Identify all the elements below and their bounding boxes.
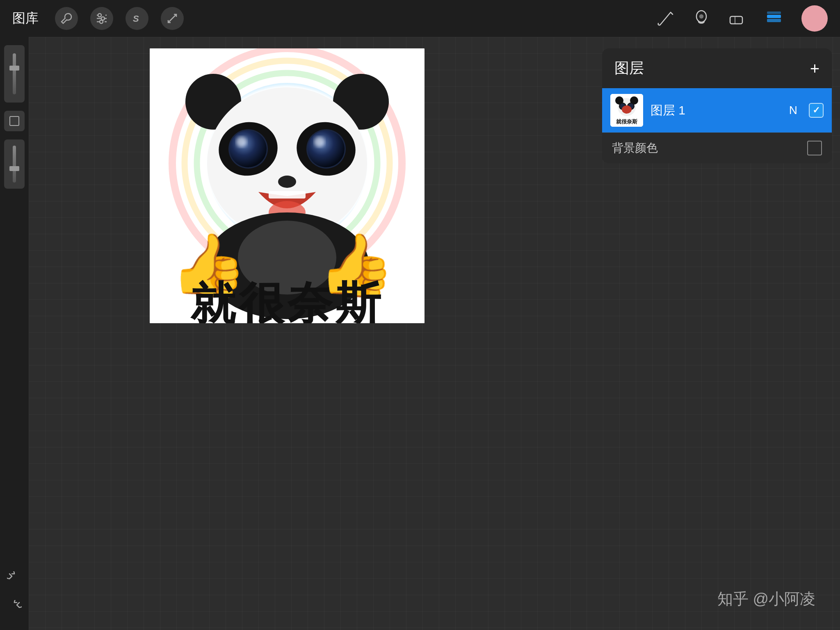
svg-point-26	[236, 137, 247, 147]
text-tool-button[interactable]: S	[126, 7, 148, 30]
panda-content: 👍 👍 就很奈斯	[150, 48, 425, 323]
svg-point-44	[622, 105, 632, 114]
svg-text:S: S	[133, 14, 139, 24]
eraser-tool-button[interactable]	[726, 8, 746, 29]
layer-thumbnail-1: 就很奈斯	[610, 94, 643, 127]
svg-rect-29	[269, 191, 306, 199]
layers-panel: 图层 + 就很奈斯	[602, 48, 832, 163]
layers-title: 图层	[614, 58, 644, 78]
undo-button[interactable]	[4, 568, 25, 589]
brush-tool-button[interactable]	[656, 8, 677, 29]
svg-rect-5	[767, 19, 781, 22]
background-label: 背景颜色	[612, 140, 807, 156]
toolbar-left: 图库 S	[12, 7, 184, 30]
gallery-button[interactable]: 图库	[12, 9, 39, 27]
adjust-tool-button[interactable]	[90, 7, 113, 30]
svg-text:就很奈斯: 就很奈斯	[616, 119, 638, 125]
layer-item-1[interactable]: 就很奈斯 图层 1 N	[602, 88, 832, 132]
svg-point-25	[308, 130, 345, 167]
svg-rect-6	[767, 11, 781, 14]
transform-tool-button[interactable]	[161, 7, 184, 30]
size-slider[interactable]	[4, 139, 25, 189]
smudge-tool-button[interactable]	[691, 8, 712, 29]
toolbar-right	[656, 5, 828, 32]
layer-visibility-checkbox-1[interactable]	[809, 103, 824, 118]
wrench-tool-button[interactable]	[55, 7, 78, 30]
layer-name-1: 图层 1	[651, 102, 782, 119]
opacity-slider[interactable]	[4, 45, 25, 103]
layers-button[interactable]	[761, 5, 787, 32]
svg-point-28	[278, 176, 296, 188]
add-layer-button[interactable]: +	[810, 60, 819, 77]
layers-header: 图层 +	[602, 48, 832, 88]
svg-point-2	[700, 15, 703, 18]
toolbar: 图库 S	[0, 0, 840, 37]
svg-point-24	[230, 130, 267, 167]
svg-rect-3	[730, 16, 742, 24]
svg-text:就很奈斯: 就很奈斯	[190, 278, 384, 323]
canvas-image[interactable]: 👍 👍 就很奈斯	[150, 48, 425, 323]
background-color-item[interactable]: 背景颜色	[602, 132, 832, 163]
layer-mode-1: N	[789, 104, 797, 117]
watermark: 知乎 @小阿凌	[717, 589, 815, 609]
selection-button[interactable]	[4, 111, 25, 131]
left-sidebar	[0, 37, 29, 630]
color-picker-button[interactable]	[801, 5, 828, 32]
background-visibility-checkbox[interactable]	[807, 141, 822, 155]
redo-button[interactable]	[4, 597, 25, 618]
svg-rect-7	[10, 116, 19, 126]
svg-rect-4	[767, 15, 781, 18]
svg-point-27	[314, 137, 325, 147]
canvas-area[interactable]: 👍 👍 就很奈斯 图层 +	[29, 37, 840, 630]
